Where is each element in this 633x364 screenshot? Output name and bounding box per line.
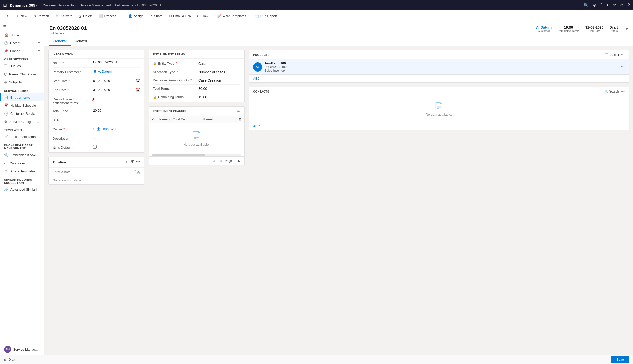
sidebar-item-entitlements[interactable]: 📋 Entitlements — [0, 93, 44, 101]
breadcrumb-sep1: › — [77, 3, 78, 7]
contacts-empty: 📄 No data available. — [249, 96, 629, 122]
sidebar-item-embedded-knowl[interactable]: 🔍 Embedded Knowl... — [0, 151, 44, 159]
article-icon: 📄 — [4, 169, 8, 173]
channel-scrollbar[interactable] — [152, 154, 241, 156]
flow-button[interactable]: ⟳ Flow ▾ — [195, 13, 213, 19]
sidebar-item-queues[interactable]: ☰ Queues — [0, 62, 44, 70]
delete-button[interactable]: 🗑 Delete — [76, 13, 95, 19]
entitlement-terms-card: ENTITLEMENT TERMS 🔒 Entity Type * Case — [149, 50, 245, 102]
timeline-note-input[interactable] — [53, 170, 133, 174]
sidebar-item-subjects[interactable]: ⊕ Subjects — [0, 78, 44, 86]
calendar-icon[interactable]: 📅 — [136, 79, 140, 83]
product-name[interactable]: ArmBand 100 — [265, 61, 618, 65]
page-next-button[interactable]: ▶ — [237, 158, 241, 163]
products-abc-label[interactable]: ABC — [249, 75, 629, 82]
app-title[interactable]: Dynamics 365 ▾ — [10, 3, 37, 7]
refresh-button[interactable]: ↻ — [4, 13, 12, 19]
meta-customer-value[interactable]: A. Datum — [536, 25, 552, 29]
end-date-value[interactable]: 31-03-2020 📅 — [93, 88, 140, 92]
timeline-card: Timeline ＋ ⧩ ••• 📎 No records to show. — [48, 157, 144, 185]
sidebar-toggle[interactable]: ☰ — [0, 22, 44, 31]
question-icon[interactable]: ? — [628, 3, 630, 7]
contacts-more-button[interactable]: ••• — [621, 89, 625, 94]
status-bar-left: ⊡ Draft — [4, 358, 15, 361]
new-button[interactable]: ＋ New — [13, 13, 30, 20]
sidebar-user[interactable]: SM Service Managem... — [0, 344, 44, 355]
sidebar-item-entitlement-templ[interactable]: 📄 Entitlement Templ... — [0, 133, 44, 141]
sidebar-item-service-config[interactable]: ⚙ Service Configurat... — [0, 118, 44, 126]
breadcrumb-service[interactable]: Service Management — [80, 3, 111, 7]
breadcrumb-hub[interactable]: Customer Service Hub — [43, 3, 76, 7]
expand-header-button[interactable]: ▾ — [626, 27, 628, 31]
name-value[interactable]: En 03052020 01 — [93, 60, 140, 64]
sidebar-item-holiday-schedule[interactable]: 📅 Holiday Schedule — [0, 101, 44, 109]
is-default-checkbox[interactable] — [93, 145, 97, 149]
word-templates-button[interactable]: 📝 Word Templates ▾ — [214, 13, 251, 19]
sidebar-item-recent[interactable]: 🕐 Recent ▾ — [0, 39, 44, 47]
start-date-value[interactable]: 01-03-2020 📅 — [93, 79, 140, 83]
run-report-button[interactable]: 📊 Run Report ▾ — [252, 13, 282, 19]
primary-customer-label: Primary Customer * — [53, 70, 93, 74]
meta-customer-label: Customer — [536, 29, 552, 32]
sidebar-item-customer-service[interactable]: 🕐 Customer Service ... — [0, 109, 44, 118]
export-col-header[interactable]: ⊡ — [234, 118, 241, 121]
timeline-filter-button[interactable]: ⧩ — [131, 160, 134, 165]
contacts-abc-label[interactable]: ABC — [249, 122, 629, 130]
et-row-entity-type: 🔒 Entity Type * Case — [153, 60, 240, 68]
refresh-label: Refresh — [37, 14, 49, 18]
email-icon: ✉ — [169, 14, 172, 18]
activate-button[interactable]: 📄 Activate — [53, 13, 75, 19]
name-col-header[interactable]: Name ↑ — [159, 118, 173, 121]
share-button[interactable]: ↗ Share — [147, 13, 165, 19]
tab-related[interactable]: Related — [71, 37, 91, 46]
product-id: PRDPKGAB100 — [265, 65, 618, 69]
help-icon[interactable]: ? — [600, 3, 602, 7]
total-price-value[interactable]: 20.00 — [93, 109, 140, 112]
refresh-label-button[interactable]: ↻ Refresh — [31, 13, 52, 19]
search-icon[interactable]: 🔍 — [584, 3, 589, 8]
copilot-icon[interactable]: ⊙ — [593, 3, 596, 8]
sidebar-item-categories[interactable]: 🏷 Categories — [0, 159, 44, 167]
page-prev-button[interactable]: ◀ — [218, 158, 223, 163]
channel-more-button[interactable]: ••• — [237, 109, 240, 113]
sla-value[interactable]: --- — [93, 118, 140, 122]
decrease-value[interactable]: Case Creation — [198, 78, 240, 82]
sidebar-item-article-templates[interactable]: 📄 Article Templates — [0, 167, 44, 175]
service-config-label: Service Configurat... — [9, 120, 39, 124]
settings-icon[interactable]: ⚙ — [620, 3, 624, 8]
owner-value[interactable]: ⊙ 👤 Lesa Byrd — [93, 127, 140, 131]
allocation-type-value[interactable]: Number of cases — [198, 70, 240, 74]
filter-icon[interactable]: ⧩ — [613, 3, 616, 7]
total-terms-value[interactable]: 30.00 — [198, 87, 240, 91]
attachment-icon[interactable]: 📎 — [135, 170, 140, 174]
add-icon[interactable]: + — [606, 3, 609, 7]
name-label: Name * — [53, 60, 93, 65]
waffle-icon[interactable]: ⊞ — [3, 2, 7, 8]
restrict-value[interactable]: No — [93, 97, 140, 101]
primary-customer-value[interactable]: 👤 A. Datum — [93, 70, 140, 73]
sidebar-item-home[interactable]: 🏠 Home — [0, 31, 44, 39]
tab-general[interactable]: General — [49, 37, 71, 46]
entitlements-icon: 📋 — [4, 95, 8, 99]
page-first-button[interactable]: |◀ — [210, 158, 216, 163]
sidebar-item-pinned[interactable]: 📌 Pinned ▾ — [0, 47, 44, 55]
sidebar-item-parent-child[interactable]: ⬡ Parent Child Case ... — [0, 70, 44, 78]
process-button[interactable]: ⬜ Process ▾ — [96, 13, 121, 19]
run-report-label: Run Report — [260, 14, 277, 18]
breadcrumb-entitlements[interactable]: Entitlements — [115, 3, 133, 7]
timeline-more-button[interactable]: ••• — [136, 160, 140, 165]
calendar-icon2[interactable]: 📅 — [136, 88, 140, 92]
save-button[interactable]: Save — [611, 356, 629, 363]
email-link-button[interactable]: ✉ Email a Link — [166, 13, 194, 19]
timeline-add-button[interactable]: ＋ — [124, 160, 129, 165]
entity-type-value[interactable]: Case — [198, 62, 240, 66]
assign-button[interactable]: 👤 Assign — [125, 13, 146, 19]
contacts-search[interactable]: 🔍 Search — [604, 90, 619, 93]
products-more-button[interactable]: ••• — [621, 53, 625, 57]
product-more-button[interactable]: ••• — [621, 65, 625, 69]
products-select-button[interactable]: Select — [610, 53, 619, 57]
is-default-value[interactable] — [93, 145, 140, 149]
meta-remaining: 19.00 Remaining Terms — [558, 25, 579, 32]
description-value[interactable]: --- — [93, 136, 140, 140]
sidebar-item-advanced-similar[interactable]: 🔗 Advanced Similari... — [0, 185, 44, 193]
